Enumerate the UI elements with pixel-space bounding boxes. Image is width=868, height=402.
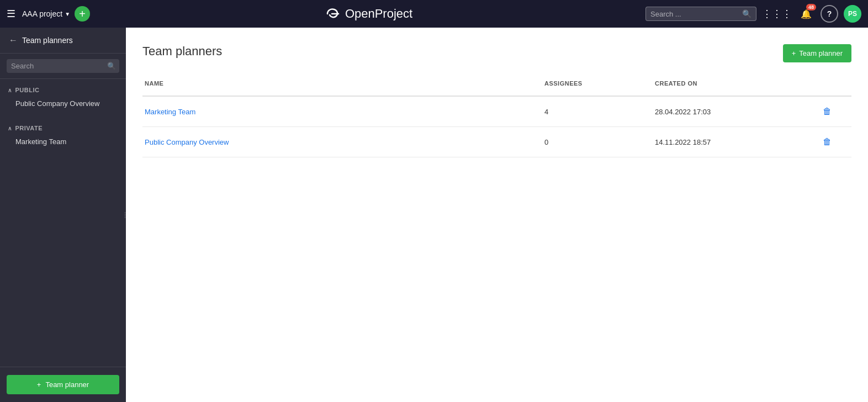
plus-icon: + [37,380,41,389]
sidebar: ← Team planners 🔍 ∧ PUBLIC Public Compan… [0,28,126,402]
sidebar-header: ← Team planners [0,28,126,54]
project-dropdown-icon: ▼ [65,11,70,17]
marketing-team-link: Marketing Team [15,137,66,146]
sidebar-search-icon: 🔍 [107,62,116,70]
table-header: NAME ASSIGNEES CREATED ON [142,76,851,97]
main-layout: ← Team planners 🔍 ∧ PUBLIC Public Compan… [0,28,868,402]
sidebar-footer: + Team planner [0,367,126,402]
new-team-planner-button[interactable]: + Team planner [783,44,851,62]
user-avatar[interactable]: PS [844,5,861,23]
avatar-text: PS [848,10,857,18]
notifications-button[interactable]: 🔔 48 [797,5,815,23]
logo-text: OpenProject [345,7,412,21]
new-button-label: Team planner [799,49,843,57]
private-section-header: ∧ PRIVATE [0,123,126,134]
add-project-button[interactable]: + [75,6,90,22]
public-collapse-icon: ∧ [8,87,12,93]
public-section: ∧ PUBLIC Public Company Overview [0,79,126,117]
global-search-box[interactable]: 🔍 [645,7,756,21]
private-section: ∧ PRIVATE Marketing Team [0,117,126,155]
col-header-name: NAME [142,76,542,91]
col-header-created-on: CREATED ON [653,76,818,91]
content-header: Team planners + Team planner [142,44,851,62]
hamburger-icon[interactable]: ☰ [7,8,15,20]
row-1-delete-button[interactable]: 🗑 [821,104,834,119]
table-row: Public Company Overview 0 14.11.2022 18:… [142,127,851,157]
sidebar-search-container: 🔍 [0,54,126,79]
sidebar-add-button-label: Team planner [45,380,89,389]
sidebar-item-public-company-overview[interactable]: Public Company Overview [0,96,126,112]
sidebar-search-input[interactable] [11,62,104,70]
row-1-created-on: 28.04.2022 17:03 [653,100,818,124]
grid-icon[interactable]: ⋮⋮⋮ [762,8,792,20]
global-search-input[interactable] [650,10,739,18]
col-header-actions [818,76,851,91]
public-section-header: ∧ PUBLIC [0,84,126,96]
top-nav: ☰ AAA project ▼ + OpenProject 🔍 ⋮⋮⋮ 🔔 48… [0,0,868,28]
public-section-label: PUBLIC [15,87,40,93]
private-collapse-icon: ∧ [8,125,12,131]
project-name-label: AAA project [22,9,62,18]
sidebar-search-inner: 🔍 [7,59,119,73]
row-1-name-link[interactable]: Marketing Team [145,108,195,116]
row-1-name: Marketing Team [142,100,542,124]
nav-center: OpenProject [94,5,641,23]
sidebar-item-marketing-team[interactable]: Marketing Team [0,134,126,150]
logo-icon [323,5,341,23]
page-title: Team planners [142,44,222,59]
row-2-delete-button[interactable]: 🗑 [821,135,834,149]
row-2-name: Public Company Overview [142,130,542,154]
row-2-name-link[interactable]: Public Company Overview [145,138,229,146]
sidebar-title: Team planners [22,36,73,45]
row-2-assignees: 0 [542,130,653,154]
team-planners-table: NAME ASSIGNEES CREATED ON Marketing Team… [142,76,851,157]
sidebar-back-button[interactable]: ← [9,35,18,45]
help-button[interactable]: ? [821,5,838,23]
new-button-plus-icon: + [792,49,796,57]
help-label: ? [827,9,832,18]
notification-badge: 48 [806,4,816,10]
nav-right: 🔍 ⋮⋮⋮ 🔔 48 ? PS [645,5,861,23]
row-1-assignees: 4 [542,100,653,124]
table-row: Marketing Team 4 28.04.2022 17:03 🗑 [142,97,851,127]
public-company-overview-link: Public Company Overview [15,99,99,108]
private-section-label: PRIVATE [15,125,43,131]
search-icon: 🔍 [742,9,751,18]
col-header-assignees: ASSIGNEES [542,76,653,91]
row-2-created-on: 14.11.2022 18:57 [653,130,818,154]
sidebar-add-team-planner-button[interactable]: + Team planner [7,375,119,394]
logo: OpenProject [323,5,412,23]
project-selector[interactable]: AAA project ▼ [22,9,70,18]
row-1-actions: 🗑 [818,97,851,126]
row-2-actions: 🗑 [818,127,851,157]
main-content: Team planners + Team planner NAME ASSIGN… [126,28,868,402]
